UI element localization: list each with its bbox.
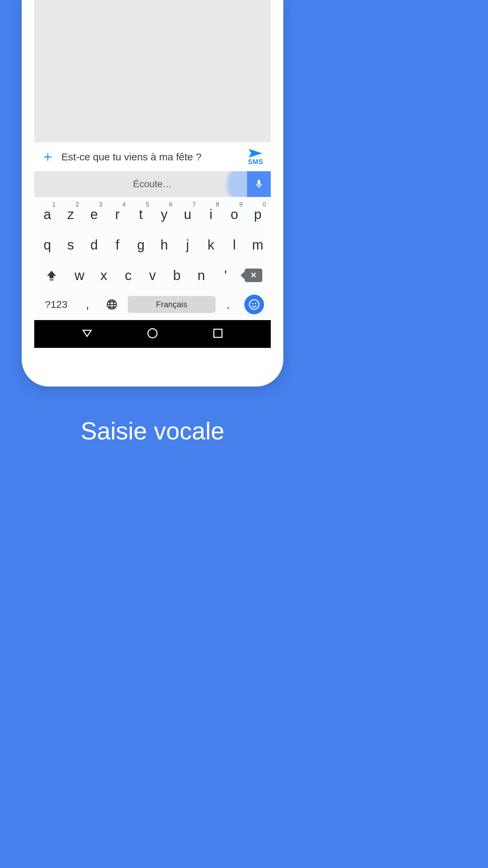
key-y[interactable]: 6y xyxy=(152,199,176,230)
key-row-1: 1a2z3e4r5t6y7u8i9o0p xyxy=(36,199,269,230)
key-g[interactable]: g xyxy=(129,230,152,260)
key-m[interactable]: m xyxy=(246,230,269,260)
phone-screen: Est-ce que tu viens à ma fête ? SMS Écou… xyxy=(34,0,271,348)
svg-point-6 xyxy=(148,329,157,338)
compose-text[interactable]: Est-ce que tu viens à ma fête ? xyxy=(61,151,240,163)
key-row-3: wxcvbn' ✕ xyxy=(36,260,269,291)
key-c[interactable]: c xyxy=(116,260,140,291)
key-t[interactable]: 5t xyxy=(129,199,152,230)
nav-recent-button[interactable] xyxy=(212,327,224,341)
key-row-2: qsdfghjklm xyxy=(36,230,269,260)
send-button[interactable]: SMS xyxy=(240,148,271,166)
backspace-icon: ✕ xyxy=(245,269,262,282)
key-k[interactable]: k xyxy=(199,230,223,260)
mic-icon xyxy=(254,179,264,189)
space-label: Français xyxy=(128,296,216,313)
key-i[interactable]: 8i xyxy=(199,199,223,230)
nav-back-button[interactable] xyxy=(81,327,93,341)
home-circle-icon xyxy=(146,327,159,339)
key-z[interactable]: 2z xyxy=(59,199,82,230)
key-q[interactable]: q xyxy=(36,230,59,260)
plus-icon xyxy=(42,151,54,163)
svg-rect-0 xyxy=(49,279,54,280)
key-w[interactable]: w xyxy=(67,260,92,291)
svg-rect-7 xyxy=(214,329,222,337)
key-v[interactable]: v xyxy=(140,260,165,291)
symbols-key[interactable]: ?123 xyxy=(36,291,77,318)
key-j[interactable]: j xyxy=(176,230,199,260)
key-f[interactable]: f xyxy=(106,230,129,260)
key-e[interactable]: 3e xyxy=(82,199,106,230)
key-n[interactable]: n xyxy=(189,260,214,291)
key-d[interactable]: d xyxy=(82,230,106,260)
key-l[interactable]: l xyxy=(223,230,246,260)
compose-bar: Est-ce que tu viens à ma fête ? SMS xyxy=(34,142,271,171)
svg-point-3 xyxy=(249,300,259,309)
mic-wave xyxy=(220,171,247,197)
key-p[interactable]: 0p xyxy=(246,199,269,230)
voice-suggestion-bar: Écoute… xyxy=(34,171,271,197)
emoji-icon xyxy=(248,299,260,310)
key-r[interactable]: 4r xyxy=(106,199,129,230)
key-o[interactable]: 9o xyxy=(223,199,246,230)
add-attachment-button[interactable] xyxy=(34,151,61,163)
android-nav-bar xyxy=(34,320,271,348)
promo-caption: Saisie vocale xyxy=(0,417,305,445)
key-h[interactable]: h xyxy=(152,230,176,260)
send-label: SMS xyxy=(248,158,263,166)
key-apostrophe[interactable]: ' xyxy=(214,260,238,291)
keyboard: 1a2z3e4r5t6y7u8i9o0p qsdfghjklm wxcvbn' … xyxy=(34,197,271,320)
period-key[interactable]: . xyxy=(218,291,239,318)
globe-icon xyxy=(106,298,118,311)
back-triangle-icon xyxy=(81,327,93,339)
key-u[interactable]: 7u xyxy=(176,199,199,230)
key-x[interactable]: x xyxy=(92,260,116,291)
key-s[interactable]: s xyxy=(59,230,82,260)
mic-button[interactable] xyxy=(247,171,271,197)
recent-square-icon xyxy=(212,327,224,339)
emoji-key[interactable] xyxy=(239,291,269,318)
space-key[interactable]: Français xyxy=(126,291,218,318)
shift-key[interactable] xyxy=(36,260,67,291)
svg-point-5 xyxy=(255,303,256,304)
shift-icon xyxy=(45,269,58,281)
key-b[interactable]: b xyxy=(165,260,189,291)
send-icon xyxy=(248,148,263,159)
key-a[interactable]: 1a xyxy=(36,199,59,230)
language-key[interactable] xyxy=(98,291,126,318)
backspace-key[interactable]: ✕ xyxy=(238,260,269,291)
phone-frame: Est-ce que tu viens à ma fête ? SMS Écou… xyxy=(22,0,283,387)
listening-label: Écoute… xyxy=(34,179,247,190)
nav-home-button[interactable] xyxy=(146,327,159,341)
svg-point-4 xyxy=(252,303,253,304)
key-row-4: ?123 , Français . xyxy=(36,291,269,318)
comma-key[interactable]: , xyxy=(77,291,98,318)
